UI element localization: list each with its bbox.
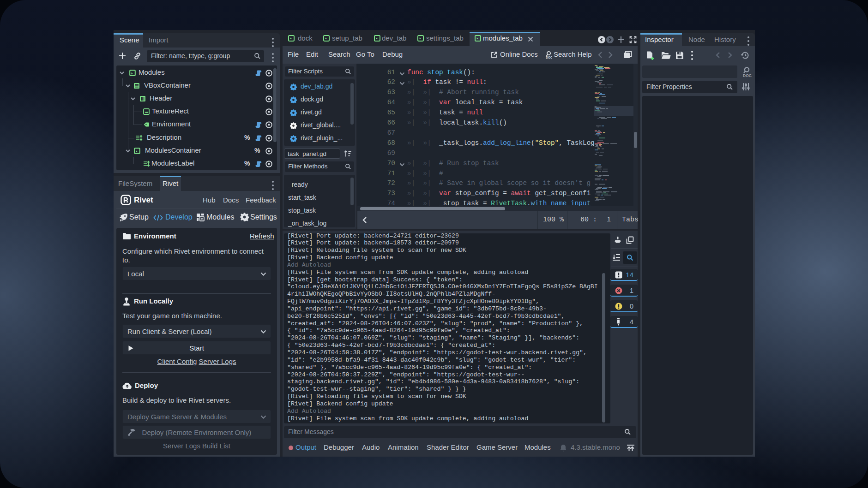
svg-text:DOC: DOC xyxy=(743,73,752,78)
svg-text:DOC: DOC xyxy=(546,56,552,59)
